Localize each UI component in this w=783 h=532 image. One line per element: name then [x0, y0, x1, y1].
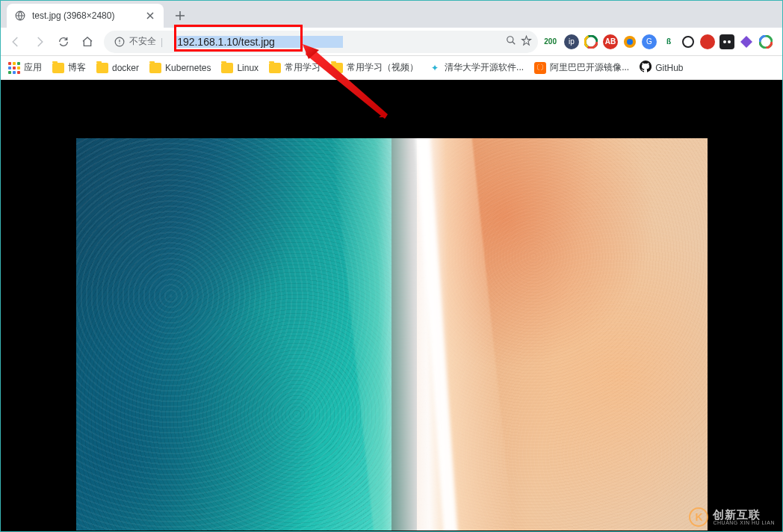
apps-icon: [8, 62, 20, 74]
home-button[interactable]: [77, 31, 98, 52]
content-area: [1, 80, 782, 531]
search-icon[interactable]: [506, 35, 516, 48]
site-icon: ✦: [429, 62, 441, 74]
bookmark-link[interactable]: GitHub: [640, 61, 683, 75]
close-icon[interactable]: [144, 10, 156, 22]
watermark-cn: 创新互联: [713, 509, 775, 520]
apps-button[interactable]: 应用: [8, 61, 42, 74]
extension-icon[interactable]: G: [642, 34, 657, 49]
watermark-logo-icon: K: [689, 507, 708, 527]
extension-icon[interactable]: AB: [603, 34, 618, 49]
star-icon[interactable]: [521, 35, 532, 49]
bookmark-folder[interactable]: docker: [96, 63, 139, 73]
url-text[interactable]: 192.168.1.10/test.jpg: [175, 36, 343, 48]
extension-icon[interactable]: [700, 34, 715, 49]
security-indicator[interactable]: 不安全 |: [110, 35, 172, 48]
bookmark-folder[interactable]: 常用学习: [269, 61, 321, 74]
image-viewer[interactable]: [76, 138, 708, 531]
bookmark-folder[interactable]: 博客: [52, 61, 86, 74]
extension-icon[interactable]: [681, 34, 696, 49]
status-badge-200: 200: [544, 37, 557, 46]
svg-point-2: [507, 37, 513, 43]
svg-point-7: [627, 39, 633, 45]
extension-icon[interactable]: ß: [661, 34, 676, 49]
omnibox-actions: [506, 35, 532, 49]
extensions: ip AB G ß: [560, 34, 778, 49]
svg-point-8: [683, 37, 693, 47]
back-button[interactable]: [5, 31, 26, 52]
new-tab-button[interactable]: [170, 5, 191, 26]
extension-icon[interactable]: [584, 34, 598, 49]
github-icon: [640, 61, 652, 75]
toolbar: 不安全 | 192.168.1.10/test.jpg 200 ip AB G …: [1, 28, 782, 56]
folder-icon: [149, 63, 161, 73]
extension-icon[interactable]: [758, 34, 773, 49]
extension-icon[interactable]: [739, 34, 754, 49]
folder-icon: [221, 63, 233, 73]
tab-title: test.jpg (3968×2480): [32, 10, 144, 21]
extension-icon[interactable]: [622, 34, 637, 49]
forward-button[interactable]: [29, 31, 50, 52]
bookmark-folder[interactable]: 常用学习（视频）: [331, 61, 418, 74]
security-label: 不安全: [129, 35, 156, 48]
site-icon: 〔〕: [534, 62, 546, 74]
active-tab[interactable]: test.jpg (3968×2480): [7, 4, 164, 28]
folder-icon: [52, 63, 64, 73]
tab-strip: test.jpg (3968×2480): [1, 1, 782, 28]
bookmark-folder[interactable]: Linux: [221, 63, 259, 73]
globe-icon: [14, 10, 26, 22]
watermark: K 创新互联 CHUANG XIN HU LIAN: [689, 507, 775, 527]
bookmark-bar: 应用 博客 docker Kubernetes Linux 常用学习 常用学习（…: [1, 56, 782, 80]
bookmark-folder[interactable]: Kubernetes: [149, 63, 211, 73]
folder-icon: [331, 63, 343, 73]
address-bar[interactable]: 不安全 | 192.168.1.10/test.jpg: [104, 31, 538, 53]
extension-icon[interactable]: [719, 34, 734, 49]
apps-label: 应用: [24, 61, 42, 74]
bookmark-link[interactable]: 〔〕阿里巴巴开源镜像...: [534, 61, 629, 74]
extension-icon[interactable]: ip: [564, 34, 579, 49]
watermark-en: CHUANG XIN HU LIAN: [713, 520, 775, 525]
bookmark-link[interactable]: ✦清华大学开源软件...: [429, 61, 524, 74]
reload-button[interactable]: [53, 31, 74, 52]
folder-icon: [96, 63, 108, 73]
folder-icon: [269, 63, 281, 73]
